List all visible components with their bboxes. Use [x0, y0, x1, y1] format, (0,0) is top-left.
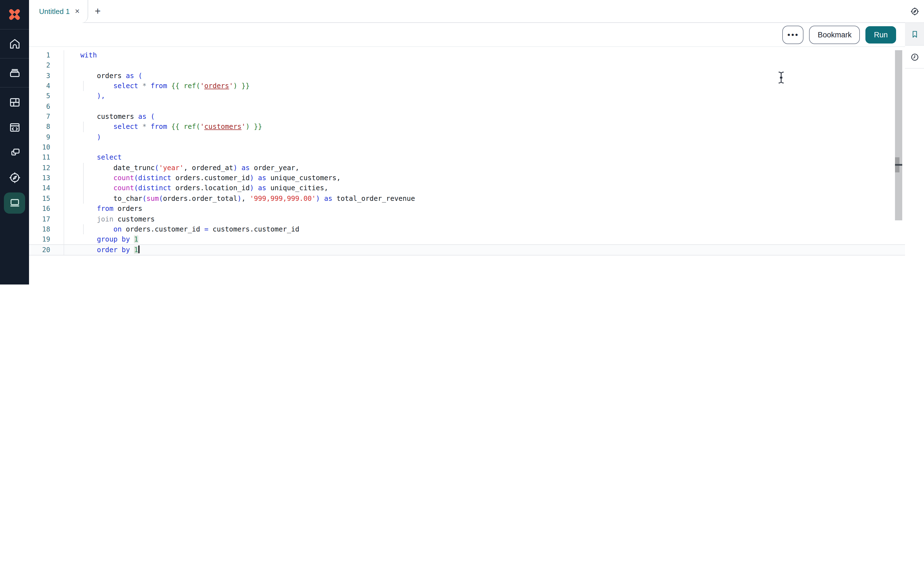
code-text: customers as (: [64, 111, 905, 122]
gutter-divider: [50, 81, 64, 91]
editor-line-20[interactable]: 20 order by 1: [29, 245, 905, 255]
right-rail: [904, 0, 924, 284]
sidebar-item-home[interactable]: [0, 30, 29, 58]
editor-line-17[interactable]: 17 join customers: [29, 214, 905, 224]
gutter-divider: [50, 101, 64, 111]
line-number: 19: [29, 234, 50, 245]
editor-line-18[interactable]: 18 on orders.customer_id = customers.cus…: [29, 224, 905, 234]
bookmark-button[interactable]: Bookmark: [809, 25, 860, 44]
code-text: count(distinct orders.location_id) as un…: [64, 183, 905, 193]
editor-line-5[interactable]: 5 ),: [29, 91, 905, 102]
code-text: orders as (: [64, 71, 905, 81]
line-number: 10: [29, 142, 50, 152]
gutter-divider: [50, 214, 64, 224]
code-text: select: [64, 152, 905, 163]
editor-line-13[interactable]: 13 count(distinct orders.customer_id) as…: [29, 173, 905, 183]
tab-strip: Untitled 1 ✕ +: [29, 0, 905, 23]
editor-line-14[interactable]: 14 count(distinct orders.location_id) as…: [29, 183, 905, 193]
indent-guide: [83, 224, 84, 234]
line-number: 13: [29, 173, 50, 183]
editor-line-7[interactable]: 7 customers as (: [29, 111, 905, 122]
rightrail-item-bookmark[interactable]: [905, 23, 924, 45]
sidebar-item-code-browser[interactable]: [0, 115, 29, 140]
line-number: 20: [29, 245, 50, 255]
editor-toolbar: ●●● Bookmark Run: [29, 23, 905, 47]
tab-close-icon[interactable]: ✕: [75, 8, 80, 15]
editor-line-6[interactable]: 6: [29, 101, 905, 111]
editor-line-15[interactable]: 15 to_char(sum(orders.order_total), '999…: [29, 193, 905, 204]
code-text: from orders: [64, 204, 905, 214]
sidebar-item-terminal-active[interactable]: [0, 190, 29, 215]
editor-line-11[interactable]: 11 select: [29, 152, 905, 163]
editor-line-9[interactable]: 9 ): [29, 132, 905, 143]
sidebar-divider: [0, 87, 29, 88]
app-logo[interactable]: [0, 0, 29, 29]
main-panel: Untitled 1 ✕ + ●●● Bookmark Run 1with23 …: [29, 0, 905, 284]
editor-line-8[interactable]: 8 select * from {{ ref('customers') }}: [29, 122, 905, 132]
sidebar-item-compass[interactable]: [0, 165, 29, 190]
gutter-divider: [50, 61, 64, 71]
gutter-divider: [50, 183, 64, 193]
gutter-divider: [50, 152, 64, 163]
gutter-divider: [50, 163, 64, 173]
dashboard-icon: [8, 96, 21, 109]
editor-line-16[interactable]: 16 from orders: [29, 204, 905, 214]
left-sidebar: [0, 0, 29, 284]
rightrail-divider: [905, 68, 924, 68]
gutter-divider: [50, 193, 64, 204]
app-window: Untitled 1 ✕ + ●●● Bookmark Run 1with23 …: [0, 0, 924, 284]
more-options-button[interactable]: ●●●: [782, 25, 804, 44]
code-text: count(distinct orders.customer_id) as un…: [64, 173, 905, 183]
history-icon: [910, 52, 919, 62]
sql-editor[interactable]: 1with23 orders as (4 select * from {{ re…: [29, 47, 905, 284]
editor-line-10[interactable]: 10: [29, 142, 905, 152]
gutter-divider: [50, 71, 64, 81]
editor-line-1[interactable]: 1with: [29, 50, 905, 61]
editor-line-3[interactable]: 3 orders as (: [29, 71, 905, 81]
new-tab-button[interactable]: +: [88, 0, 107, 22]
windows-icon: [8, 146, 21, 159]
indent-guide: [83, 183, 84, 193]
code-text: [64, 61, 905, 71]
indent-guide: [83, 81, 84, 91]
indent-guide: [83, 173, 84, 183]
line-number: 8: [29, 122, 50, 132]
gutter-divider: [50, 245, 64, 255]
indent-guide: [83, 122, 84, 132]
gutter-divider: [50, 204, 64, 214]
editor-line-4[interactable]: 4 select * from {{ ref('orders') }}: [29, 81, 905, 91]
compass-icon: [910, 6, 919, 16]
rightrail-item-compass[interactable]: [905, 0, 924, 22]
code-text: select * from {{ ref('orders') }}: [64, 81, 905, 91]
code-text: with: [64, 50, 905, 61]
editor-line-2[interactable]: 2: [29, 61, 905, 71]
code-browser-icon: [8, 121, 21, 134]
gutter-divider: [50, 122, 64, 132]
tab-untitled-1[interactable]: Untitled 1 ✕: [29, 0, 88, 23]
sidebar-item-inbox[interactable]: [0, 59, 29, 87]
gutter-divider: [50, 224, 64, 234]
code-text: group by 1: [64, 234, 905, 245]
editor-line-12[interactable]: 12 date_trunc('year', ordered_at) as ord…: [29, 163, 905, 173]
code-text: [64, 142, 905, 152]
gutter-divider: [50, 132, 64, 143]
code-text: ): [64, 132, 905, 143]
sidebar-item-dashboard[interactable]: [0, 90, 29, 115]
sidebar-item-windows[interactable]: [0, 140, 29, 165]
logo-x-icon: [7, 7, 22, 22]
code-text: select * from {{ ref('customers') }}: [64, 122, 905, 132]
line-number: 1: [29, 50, 50, 61]
gutter-divider: [50, 173, 64, 183]
editor-scrollbar[interactable]: [895, 50, 902, 221]
line-number: 17: [29, 214, 50, 224]
line-number: 11: [29, 152, 50, 163]
line-number: 6: [29, 101, 50, 111]
code-text: ),: [64, 91, 905, 102]
terminal-icon: [8, 196, 21, 209]
run-button[interactable]: Run: [865, 26, 896, 43]
home-icon: [8, 37, 21, 50]
indent-guide: [83, 193, 84, 204]
line-number: 14: [29, 183, 50, 193]
rightrail-item-history[interactable]: [905, 46, 924, 68]
editor-line-19[interactable]: 19 group by 1: [29, 234, 905, 245]
